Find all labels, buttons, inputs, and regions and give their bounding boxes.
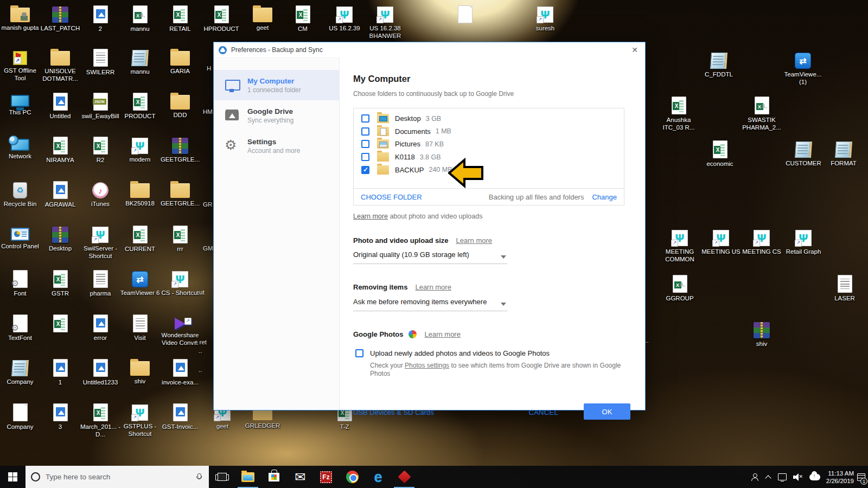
desktop-icon-invoice-exa[interactable]: invoice-exa... xyxy=(159,358,201,386)
desktop-icon-hproduct[interactable]: HPRODUCT xyxy=(201,4,242,33)
close-icon[interactable]: ✕ xyxy=(629,44,641,56)
taskbar-app-edge[interactable]: e xyxy=(365,466,391,488)
taskbar-search-input[interactable]: Type here to search xyxy=(25,466,209,488)
sidebar-item-google-drive[interactable]: Google DriveSync everything xyxy=(214,100,339,131)
desktop-icon-c-fddtl[interactable]: C_FDDTL xyxy=(698,50,739,78)
taskbar-app-chrome[interactable] xyxy=(339,466,365,488)
taskbar-clock[interactable]: 11:13 AM 2/26/2019 xyxy=(826,466,854,488)
taskbar-app-explorer[interactable] xyxy=(235,466,261,488)
desktop-icon-ggroup[interactable]: GGROUP xyxy=(659,274,700,302)
desktop-icon-gstr[interactable]: GSTR xyxy=(40,269,81,297)
folder-checkbox-documents[interactable] xyxy=(361,127,369,136)
desktop-icon-gstplus-shortcut[interactable]: GSTPLUS - Shortcut xyxy=(119,402,161,438)
learn-more-link[interactable]: Learn more xyxy=(353,213,388,220)
desktop-icon-march-201-d[interactable]: March_201... -D... xyxy=(80,402,121,438)
tray-net-icon[interactable] xyxy=(778,473,787,480)
desktop-icon-r2[interactable]: R2 xyxy=(80,136,121,164)
desktop-icon-shiv[interactable]: shiv xyxy=(119,358,161,385)
upload-photos-checkbox[interactable] xyxy=(355,349,363,357)
desktop-icon-untitled1233[interactable]: Untitled1233 xyxy=(80,358,121,386)
desktop-icon-us-16-2-38-bhanwer[interactable]: US 16.2.38 BHANWER xyxy=(365,4,406,40)
sidebar-item-my-computer[interactable]: My Computer1 connected folder xyxy=(214,70,339,100)
desktop-icon-swilserver-shortcut[interactable]: SwilServer - Shortcut xyxy=(80,224,121,260)
cancel-button[interactable]: CANCEL xyxy=(528,408,558,416)
desktop-icon-untitled[interactable]: Untitled xyxy=(40,92,81,120)
desktop-icon-textfont[interactable]: TextFont xyxy=(0,313,41,342)
folder-checkbox-desktop[interactable] xyxy=(361,114,369,123)
desktop-icon-font[interactable]: Font xyxy=(0,269,41,297)
desktop-icon-meeting-common[interactable]: MEETING COMMON xyxy=(659,228,700,263)
usb-devices-link[interactable]: USB Devices & SD Cards xyxy=(353,408,434,416)
tray-chevron-icon[interactable] xyxy=(765,475,771,479)
desktop-icon-recycle-bin[interactable]: Recycle Bin xyxy=(0,180,41,208)
desktop-icon-visit[interactable]: Visit xyxy=(119,313,161,342)
desktop-icon-network[interactable]: Network xyxy=(0,136,41,160)
desktop-icon-2[interactable]: 2 xyxy=(80,4,121,33)
dialog-titlebar[interactable]: Preferences - Backup and Sync ✕ xyxy=(214,42,645,57)
desktop-icon-pharma[interactable]: pharma xyxy=(80,269,121,297)
taskbar-app-diamond[interactable] xyxy=(391,466,417,488)
folder-checkbox-k0118[interactable] xyxy=(361,153,369,161)
choose-folder-button[interactable]: CHOOSE FOLDER xyxy=(361,193,422,201)
desktop-icon-swil-ewaybill[interactable]: swil_EwayBill xyxy=(80,92,121,120)
desktop-icon-cs-shortcut[interactable]: CS - Shortcut xyxy=(159,269,201,297)
folder-checkbox-backup[interactable] xyxy=(361,166,369,174)
tray-cloud-icon[interactable] xyxy=(809,474,820,480)
tray-people-icon[interactable] xyxy=(751,473,758,481)
desktop-icon-garia[interactable]: GARIA xyxy=(159,48,201,75)
desktop-icon-geetgrle[interactable]: GEETGRLE... xyxy=(159,180,201,207)
desktop-icon-product[interactable]: PRODUCT xyxy=(119,92,161,120)
desktop-icon-this-pc[interactable]: This PC xyxy=(0,92,41,116)
desktop-icon-us-16-2-39[interactable]: US 16.2.39 xyxy=(324,4,365,32)
removing-items-learn-more-link[interactable]: Learn more xyxy=(415,283,451,291)
desktop-icon-swastik-pharma-2[interactable]: SWASTIK PHARMA_2... xyxy=(741,95,782,131)
desktop-icon-3[interactable]: 3 xyxy=(40,402,81,431)
desktop-icon-last-patch[interactable]: LAST_PATCH xyxy=(40,4,81,32)
desktop-icon[interactable] xyxy=(444,4,486,25)
photo-size-learn-more-link[interactable]: Learn more xyxy=(456,236,492,245)
change-link[interactable]: Change xyxy=(592,193,617,201)
desktop-icon-rrr[interactable]: rrr xyxy=(159,224,201,253)
desktop-icon-unisolve-dotmatr[interactable]: UNISOLVE DOTMATR... xyxy=(40,48,81,82)
desktop-icon-company[interactable]: Company xyxy=(0,402,41,431)
microphone-icon[interactable] xyxy=(196,473,201,480)
desktop-icon-format[interactable]: FORMAT xyxy=(823,139,864,167)
desktop-icon-shiv[interactable]: shiv xyxy=(741,320,782,348)
desktop-icon-swilerr[interactable]: SWILERR xyxy=(80,48,121,76)
photo-size-dropdown[interactable]: Original quality (10.9 GB storage left) xyxy=(353,251,507,264)
action-center-button[interactable]: 1 xyxy=(854,466,868,488)
desktop-icon-cm[interactable]: CM xyxy=(282,4,323,33)
google-photos-learn-more-link[interactable]: Learn more xyxy=(424,330,460,338)
desktop-icon-current[interactable]: CURRENT xyxy=(119,224,161,253)
ok-button[interactable]: OK xyxy=(584,403,630,420)
desktop-icon[interactable] xyxy=(40,313,81,334)
taskbar-app-fz[interactable]: Fz xyxy=(313,466,339,488)
desktop-icon-economic[interactable]: economic xyxy=(699,139,741,168)
desktop-icon-mannu[interactable]: mannu xyxy=(119,4,161,33)
desktop-icon-geetgrle[interactable]: GEETGRLE... xyxy=(159,136,201,163)
desktop-icon-suresh[interactable]: suresh xyxy=(525,4,566,32)
desktop-icon-meeting-cs[interactable]: MEETING CS xyxy=(741,228,782,255)
desktop-icon-bk250918[interactable]: BK250918 xyxy=(119,180,161,207)
desktop-icon-control-panel[interactable]: Control Panel xyxy=(0,224,41,250)
desktop-icon-manish-gupta[interactable]: manish gupta xyxy=(0,4,41,31)
folder-checkbox-pictures[interactable] xyxy=(361,140,369,148)
desktop-icon-modern[interactable]: modern xyxy=(119,136,161,163)
desktop-icon-ddd[interactable]: DDD xyxy=(159,92,201,119)
desktop-icon-laser[interactable]: LASER xyxy=(824,274,865,302)
desktop-icon-geet[interactable]: geet xyxy=(242,4,283,31)
desktop-icon-company[interactable]: Company xyxy=(0,358,41,386)
desktop-icon-gst-invoic[interactable]: GST-Invoic... xyxy=(159,402,201,431)
desktop-icon-teamviewer-6[interactable]: TeamViewer 6 xyxy=(119,269,161,297)
taskbar-app-store[interactable] xyxy=(261,466,287,488)
taskbar-app-taskview[interactable] xyxy=(209,466,235,488)
desktop-icon-retail-graph[interactable]: Retail Graph xyxy=(783,228,824,255)
desktop-icon-niramya[interactable]: NIRAMYA xyxy=(40,136,81,164)
desktop-icon-1[interactable]: 1 xyxy=(40,358,81,386)
desktop-icon-anushka-itc-03-r[interactable]: Anushka ITC_03 R... xyxy=(658,95,699,131)
desktop-icon-customer[interactable]: CUSTOMER xyxy=(783,139,824,167)
desktop-icon-meeting-us[interactable]: MEETING US xyxy=(700,228,742,255)
desktop-icon-desktop[interactable]: Desktop xyxy=(40,224,81,252)
desktop-icon-mannu[interactable]: mannu xyxy=(119,48,161,75)
desktop-icon-retail[interactable]: RETAIL xyxy=(159,4,201,33)
